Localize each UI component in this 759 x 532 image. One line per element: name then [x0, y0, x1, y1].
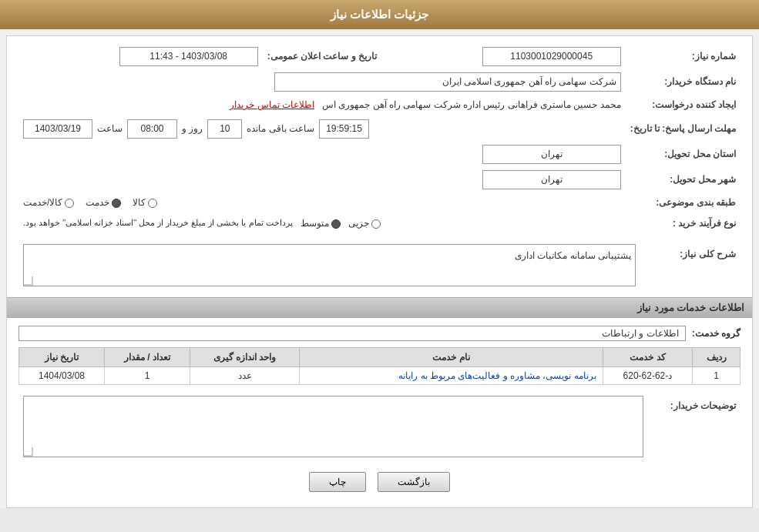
page-wrapper: جزئیات اطلاعات نیاز شماره نیاز: 11030010… — [0, 0, 759, 508]
col-unit: واحد اندازه گیری — [190, 347, 299, 366]
cell-service-name: برنامه نویسی، مشاوره و فعالیت‌های مربوط … — [300, 366, 603, 384]
cell-service-code: د-62-62-620 — [603, 366, 692, 384]
announce-date-value: 1403/03/08 - 11:43 — [18, 44, 263, 69]
buyer-desc-value — [18, 393, 648, 460]
need-desc-label: شرح کلی نیاز: — [640, 241, 741, 289]
print-button[interactable]: چاپ — [309, 472, 366, 492]
category-label-goods-services: کالا/خدمت — [23, 196, 62, 210]
buyer-org-value: شرکت سهامی راه آهن جمهوری اسلامی ایران — [18, 69, 626, 95]
province-label: استان محل تحویل: — [626, 142, 741, 167]
resize-handle[interactable] — [24, 276, 33, 286]
back-button[interactable]: بازگشت — [378, 472, 450, 492]
purchase-type-value: پرداخت تمام یا بخشی از مبلغ خریدار از مح… — [18, 213, 626, 234]
province-display: تهران — [482, 145, 621, 164]
cell-date: 1404/03/08 — [19, 366, 105, 384]
deadline-time: 08:00 — [127, 119, 177, 139]
cell-row-num: 1 — [693, 366, 741, 384]
col-service-name: نام خدمت — [300, 347, 603, 366]
deadline-label: مهلت ارسال پاسخ: تا تاریخ: — [626, 116, 741, 142]
creator-row: ایجاد کننده درخواست: محمد حسین ماستری فر… — [18, 95, 741, 115]
col-date: تاریخ نیاز — [19, 347, 105, 366]
category-label: طبقه بندی موضوعی: — [626, 192, 741, 213]
city-value: تهران — [18, 167, 626, 192]
deadline-remaining-time: 19:59:15 — [319, 119, 369, 139]
col-row-num: ردیف — [693, 347, 741, 366]
purchase-partial-radio[interactable] — [371, 219, 381, 229]
purchase-partial-label: جزیی — [348, 216, 369, 231]
announce-date-label: تاریخ و ساعت اعلان عمومی: — [263, 44, 381, 69]
services-table-head: ردیف کد خدمت نام خدمت واحد اندازه گیری ت… — [19, 347, 741, 366]
services-table: ردیف کد خدمت نام خدمت واحد اندازه گیری ت… — [18, 347, 741, 385]
buyer-org-row: نام دستگاه خریدار: شرکت سهامی راه آهن جم… — [18, 69, 741, 95]
announce-date-display: 1403/03/08 - 11:43 — [119, 47, 258, 66]
buyer-org-label: نام دستگاه خریدار: — [626, 69, 741, 95]
deadline-time-label: ساعت — [97, 122, 123, 136]
buyer-desc-resize-handle[interactable] — [24, 447, 33, 457]
category-radio-goods-services[interactable] — [65, 199, 74, 208]
deadline-row: مهلت ارسال پاسخ: تا تاریخ: 1403/03/19 سا… — [18, 116, 741, 142]
need-desc-row: شرح کلی نیاز: پشتیبانی سامانه مکاتبات اد… — [18, 241, 741, 289]
deadline-day-label: روز و — [182, 122, 203, 136]
category-radio-service[interactable] — [112, 199, 121, 208]
buyer-desc-table: توضیحات خریدار: — [18, 393, 741, 460]
need-desc-textarea: پشتیبانی سامانه مکاتبات اداری — [23, 244, 636, 286]
cell-unit: عدد — [190, 366, 299, 384]
need-number-value: 1103001029000045 — [381, 44, 626, 69]
buyer-desc-row: توضیحات خریدار: — [18, 393, 741, 460]
need-number-display: 1103001029000045 — [482, 47, 621, 66]
service-group-row: گروه خدمت: اطلاعات و ارتباطات — [18, 326, 741, 341]
info-table: شماره نیاز: 1103001029000045 تاریخ و ساع… — [18, 44, 741, 235]
deadline-date: 1403/03/19 — [23, 119, 92, 139]
purchase-type-container: پرداخت تمام یا بخشی از مبلغ خریدار از مح… — [23, 216, 621, 231]
creator-value: محمد حسین ماستری فراهانی رئیس اداره شرکت… — [18, 95, 626, 115]
services-table-body: 1 د-62-62-620 برنامه نویسی، مشاوره و فعا… — [19, 366, 741, 384]
city-row: شهر محل تحویل: تهران — [18, 167, 741, 192]
purchase-type-desc: پرداخت تمام یا بخشی از مبلغ خریدار از مح… — [23, 216, 293, 230]
category-label-service: خدمت — [86, 196, 109, 210]
deadline-value: 1403/03/19 ساعت 08:00 روز و 10 ساعت باقی… — [18, 116, 626, 142]
buyer-org-display: شرکت سهامی راه آهن جمهوری اسلامی ایران — [274, 72, 621, 92]
buyer-desc-label: توضیحات خریدار: — [648, 393, 741, 460]
category-option-goods: کالا — [133, 196, 157, 210]
category-radio-goods[interactable] — [148, 199, 157, 208]
purchase-partial-option: جزیی — [348, 216, 381, 231]
creator-text: محمد حسین ماستری فراهانی رئیس اداره شرکت… — [322, 99, 621, 110]
buyer-desc-textarea — [23, 396, 643, 457]
province-row: استان محل تحویل: تهران — [18, 142, 741, 167]
city-display: تهران — [482, 170, 621, 189]
main-content: شماره نیاز: 1103001029000045 تاریخ و ساع… — [6, 35, 753, 508]
service-group-display: اطلاعات و ارتباطات — [18, 326, 686, 341]
button-row: چاپ بازگشت — [18, 472, 741, 492]
purchase-medium-label: متوسط — [301, 216, 329, 231]
need-desc-value: پشتیبانی سامانه مکاتبات اداری — [18, 241, 640, 289]
need-desc-text: پشتیبانی سامانه مکاتبات اداری — [515, 249, 631, 263]
province-value: تهران — [18, 142, 626, 167]
cell-quantity: 1 — [105, 366, 190, 384]
category-option-service: خدمت — [86, 196, 121, 210]
creator-label: ایجاد کننده درخواست: — [626, 95, 741, 115]
category-option-goods-services: کالا/خدمت — [23, 196, 74, 210]
purchase-type-row: نوع فرآیند خرید : پرداخت تمام یا بخشی از… — [18, 213, 741, 234]
services-table-header-row: ردیف کد خدمت نام خدمت واحد اندازه گیری ت… — [19, 347, 741, 366]
col-service-code: کد خدمت — [603, 347, 692, 366]
col-quantity: تعداد / مقدار — [105, 347, 190, 366]
deadline-days: 10 — [207, 119, 242, 139]
deadline-remaining-label: ساعت باقی مانده — [247, 122, 314, 136]
need-desc-table: شرح کلی نیاز: پشتیبانی سامانه مکاتبات اد… — [18, 241, 741, 289]
need-number-label: شماره نیاز: — [626, 44, 741, 69]
category-radio-group: کالا/خدمت خدمت کالا — [23, 196, 621, 210]
services-section-title: اطلاعات خدمات مورد نیاز — [7, 297, 752, 318]
category-label-goods: کالا — [133, 196, 146, 210]
purchase-medium-option: متوسط — [301, 216, 341, 231]
category-row: طبقه بندی موضوعی: کالا/خدمت خدمت — [18, 192, 741, 213]
service-group-label: گروه خدمت: — [692, 328, 741, 339]
purchase-medium-radio[interactable] — [331, 219, 341, 229]
purchase-type-label: نوع فرآیند خرید : — [626, 213, 741, 234]
page-header: جزئیات اطلاعات نیاز — [0, 0, 759, 29]
need-number-row: شماره نیاز: 1103001029000045 تاریخ و ساع… — [18, 44, 741, 69]
contact-link[interactable]: اطلاعات تماس خریدار — [230, 99, 314, 110]
category-options: کالا/خدمت خدمت کالا — [18, 192, 626, 213]
table-row: 1 د-62-62-620 برنامه نویسی، مشاوره و فعا… — [19, 366, 741, 384]
city-label: شهر محل تحویل: — [626, 167, 741, 192]
page-title: جزئیات اطلاعات نیاز — [331, 8, 428, 21]
